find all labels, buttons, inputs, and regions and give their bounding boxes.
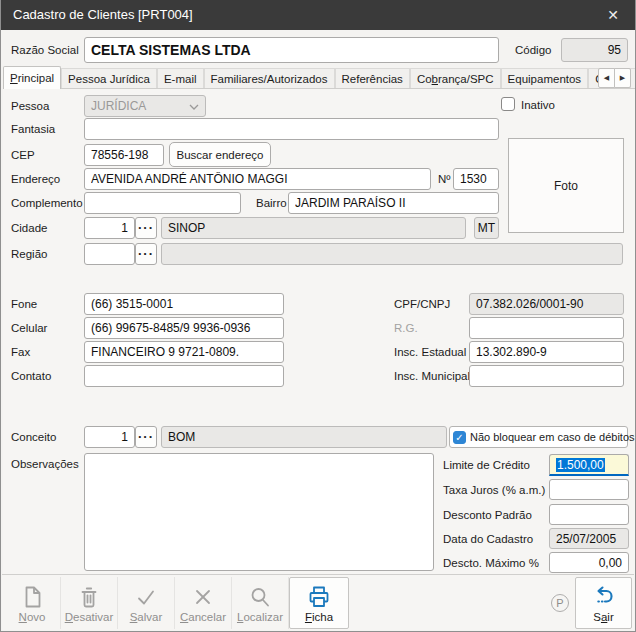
ficha-button[interactable]: Ficha	[289, 577, 349, 629]
numero-field[interactable]	[453, 168, 499, 190]
rg-field[interactable]	[469, 317, 624, 339]
cancelar-button[interactable]: Cancelar	[175, 577, 232, 629]
ellipsis-icon: ···	[138, 249, 154, 259]
taxa-juros-field[interactable]	[549, 479, 629, 500]
bairro-label: Bairro	[256, 197, 287, 209]
insc-municipal-field[interactable]	[469, 365, 624, 387]
endereco-field[interactable]	[84, 168, 431, 190]
close-button[interactable]: ✕	[591, 0, 635, 30]
limite-credito-label: Limite de Crédito	[443, 459, 530, 471]
insc-municipal-label: Insc. Municipal	[394, 370, 470, 382]
tab-referencias[interactable]: Referências	[335, 68, 410, 89]
tab-equipamentos[interactable]: Equipamentos	[501, 68, 589, 89]
cpf-cnpj-label: CPF/CNPJ	[394, 298, 450, 310]
window-title: Cadastro de Clientes [PRT004]	[13, 7, 193, 22]
contato-label: Contato	[11, 370, 51, 382]
sair-button[interactable]: Sair	[575, 577, 632, 629]
salvar-button[interactable]: Salvar	[118, 577, 175, 629]
regiao-code-field[interactable]	[84, 243, 135, 265]
tab-principal[interactable]: Principal	[3, 66, 61, 89]
inativo-checkbox[interactable]: ✓	[501, 97, 515, 111]
regiao-name-field	[161, 243, 623, 265]
nao-bloquear-checkbox[interactable]: ✓	[453, 431, 466, 444]
taxa-juros-label: Taxa Juros (% a.m.)	[443, 484, 545, 496]
cep-field[interactable]	[84, 144, 164, 166]
printer-icon	[306, 584, 332, 610]
tab-pessoa-juridica[interactable]: Pessoa Jurídica	[61, 68, 157, 89]
codigo-field: 95	[561, 38, 628, 62]
cidade-lookup-button[interactable]: ···	[135, 217, 157, 239]
tab-scroll-control: ◀ ▶	[598, 68, 631, 88]
cep-label: CEP	[11, 149, 35, 161]
nao-bloquear-label: Não bloquear em caso de débitos	[470, 431, 635, 443]
tab-scroll-right-button[interactable]: ▶	[614, 68, 631, 88]
pessoa-select[interactable]: JURÍDICA	[84, 95, 206, 117]
cidade-label: Cidade	[11, 222, 47, 234]
razao-social-field[interactable]	[84, 37, 499, 63]
complemento-label: Complemento	[11, 197, 83, 209]
cpf-cnpj-field: 07.382.026/0001-90	[469, 293, 624, 315]
selected-value: 1.500,00	[556, 458, 605, 472]
check-icon: ✓	[455, 432, 463, 443]
tab-scroll-left-button[interactable]: ◀	[598, 68, 615, 88]
celular-label: Celular	[11, 322, 47, 334]
fone-label: Fone	[11, 298, 37, 310]
descto-maximo-field[interactable]	[549, 552, 629, 573]
chevron-down-icon	[189, 103, 199, 111]
insc-estadual-label: Insc. Estadual	[394, 346, 466, 358]
fone-field[interactable]	[84, 293, 284, 315]
foto-box[interactable]: Foto	[508, 138, 624, 233]
regiao-label: Região	[11, 248, 47, 260]
foto-label: Foto	[554, 179, 578, 193]
celular-field[interactable]	[84, 317, 284, 339]
endereco-label: Endereço	[11, 173, 60, 185]
client-registration-window: Cadastro de Clientes [PRT004] ✕ Razão So…	[0, 0, 636, 632]
close-icon: ✕	[607, 7, 619, 23]
fax-label: Fax	[11, 346, 30, 358]
novo-button[interactable]: Novo	[4, 577, 61, 629]
pessoa-label: Pessoa	[11, 100, 49, 112]
observacoes-textarea[interactable]	[84, 453, 434, 571]
magnifier-icon	[247, 584, 273, 610]
cidade-uf-field: MT	[474, 217, 499, 239]
ellipsis-icon: ···	[138, 432, 154, 442]
check-icon	[133, 584, 159, 610]
cidade-name-field: SINOP	[161, 217, 466, 239]
scroll-right-icon: ▶	[620, 74, 625, 82]
conceito-code-field[interactable]	[84, 426, 135, 448]
x-icon	[190, 584, 216, 610]
rg-label: R.G.	[394, 322, 418, 334]
numero-label: Nº	[438, 173, 451, 185]
desconto-padrao-label: Desconto Padrão	[443, 509, 532, 521]
tab-cobranca-spc[interactable]: Cobrança/SPC	[410, 68, 501, 89]
trash-icon	[76, 584, 102, 610]
back-arrow-icon	[591, 584, 617, 610]
data-cadastro-field: 25/07/2005	[549, 528, 629, 549]
localizar-button[interactable]: Localizar	[232, 577, 289, 629]
tab-bar: Principal Pessoa Jurídica E-mail Familia…	[3, 66, 635, 89]
razao-social-label: Razão Social	[11, 44, 79, 56]
tab-familiares-autorizados[interactable]: Familiares/Autorizados	[204, 68, 335, 89]
codigo-label: Código	[515, 44, 551, 56]
limite-credito-field[interactable]: 1.500,00	[549, 454, 629, 476]
fantasia-field[interactable]	[84, 118, 499, 140]
new-document-icon	[19, 584, 45, 610]
complemento-field[interactable]	[84, 192, 241, 214]
fantasia-label: Fantasia	[11, 123, 55, 135]
data-cadastro-label: Data do Cadastro	[443, 533, 533, 545]
bairro-field[interactable]	[288, 192, 499, 214]
descto-maximo-label: Descto. Máximo %	[443, 557, 539, 569]
conceito-label: Conceito	[11, 431, 56, 443]
regiao-lookup-button[interactable]: ···	[135, 243, 157, 265]
observacoes-label: Observações	[11, 458, 79, 470]
cidade-code-field[interactable]	[84, 217, 135, 239]
tab-email[interactable]: E-mail	[157, 68, 204, 89]
fax-field[interactable]	[84, 341, 284, 363]
insc-estadual-field[interactable]	[469, 341, 624, 363]
conceito-lookup-button[interactable]: ···	[135, 426, 157, 448]
bottom-toolbar: Novo Desativar Salvar Cancelar	[2, 574, 634, 630]
desconto-padrao-field[interactable]	[549, 504, 629, 525]
desativar-button[interactable]: Desativar	[61, 577, 118, 629]
contato-field[interactable]	[84, 365, 284, 387]
buscar-endereco-button[interactable]: Buscar endereço	[169, 142, 271, 167]
